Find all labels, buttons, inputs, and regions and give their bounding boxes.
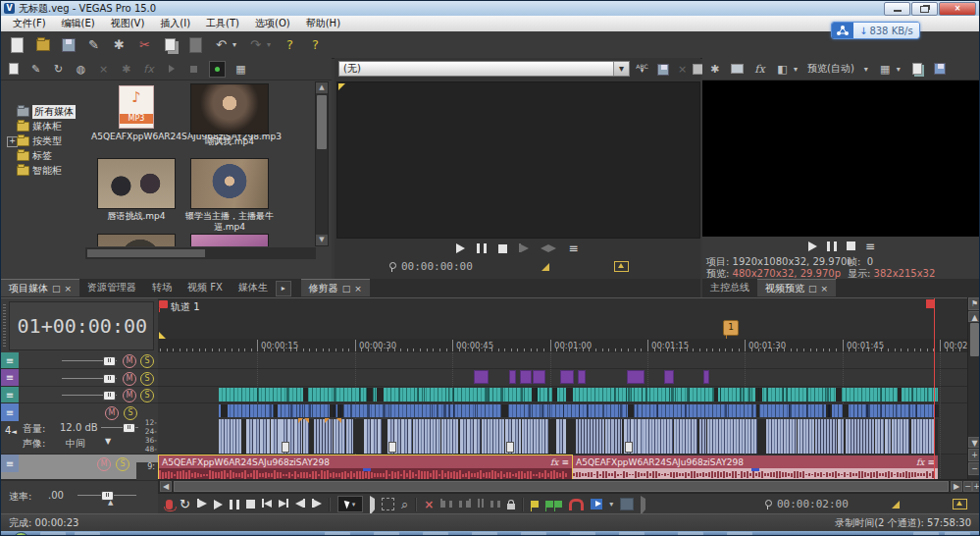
track-header-1[interactable]: ≡ M S <box>1 352 158 369</box>
close-button[interactable]: × <box>939 2 976 16</box>
menu-help[interactable]: 帮助(H) <box>298 17 348 30</box>
volume-value[interactable]: 12.0 dB <box>60 422 98 433</box>
taskbar-button[interactable] <box>423 532 448 536</box>
audio-clip[interactable] <box>699 419 706 454</box>
fader-knob[interactable] <box>103 356 116 366</box>
fit-to-window-button[interactable] <box>541 243 556 254</box>
scroll-right-icon[interactable]: ▶ <box>951 481 962 492</box>
zoom-out-button[interactable]: − <box>963 481 972 492</box>
undo-dropdown[interactable]: ▾ <box>231 36 238 53</box>
media-item-video-2[interactable]: 唇语挑战.mp4 <box>91 158 181 222</box>
generated-clip[interactable] <box>520 370 532 384</box>
audio-clip[interactable] <box>576 419 604 454</box>
audio-clip[interactable] <box>334 419 345 454</box>
redo-dropdown[interactable]: ▾ <box>265 36 273 53</box>
loop-playback-button[interactable]: ↻ <box>180 497 190 511</box>
generated-clip[interactable] <box>703 370 709 384</box>
audio-clip[interactable] <box>303 419 309 454</box>
add-to-timeline-button[interactable] <box>519 243 529 254</box>
stop-button[interactable] <box>246 500 255 509</box>
media-properties-button[interactable]: ✱ <box>119 62 133 77</box>
taskbar-button[interactable] <box>913 532 939 536</box>
tab-close-icon[interactable]: × <box>354 284 362 294</box>
zoom-in-button[interactable]: + <box>972 481 980 492</box>
timeline-canvas[interactable]: 轨道 1 1 00:00:15 00:00:30 00:00:45 00:01:… <box>158 297 967 480</box>
menu-options[interactable]: 选项(O) <box>247 17 298 30</box>
video-output-fx-button[interactable]: fx <box>752 62 767 77</box>
audio-clip[interactable] <box>815 419 837 454</box>
loop-region-start[interactable] <box>159 332 166 339</box>
scroll-up-icon[interactable]: ▲ <box>316 82 328 93</box>
tab-restore-icon[interactable]: □ <box>52 284 61 294</box>
event-fx-icon[interactable]: fx <box>550 457 558 467</box>
media-item-video-5[interactable] <box>184 234 275 246</box>
media-item-video-4[interactable] <box>91 234 181 246</box>
audio-clip[interactable] <box>556 419 566 454</box>
pause-button[interactable] <box>230 500 239 509</box>
next-frame-button[interactable] <box>312 499 322 509</box>
media-horizontal-scrollbar[interactable] <box>85 247 316 259</box>
media-item-video-3[interactable]: 辍学当主播，主播最牛逼.mp4 <box>184 158 275 233</box>
scroll-down-icon[interactable]: ▼ <box>968 437 980 448</box>
preview-settings-button[interactable]: ✱ <box>707 62 722 77</box>
scroll-thumb[interactable] <box>317 95 327 149</box>
track-menu-icon[interactable]: ≡ <box>1 387 19 402</box>
play-button[interactable] <box>456 243 465 253</box>
solo-button[interactable]: S <box>140 389 154 402</box>
generated-clip[interactable] <box>627 370 645 384</box>
play-button[interactable] <box>214 500 223 509</box>
audio-clip[interactable] <box>728 419 757 454</box>
track-menu-icon[interactable]: ≡ <box>1 455 19 472</box>
external-monitor-button[interactable] <box>730 62 745 77</box>
auto-ripple-button[interactable] <box>591 499 602 509</box>
generated-clip[interactable] <box>474 370 489 384</box>
taskbar-button[interactable] <box>945 532 970 536</box>
lock-button[interactable] <box>507 504 515 509</box>
region-marker-flag[interactable] <box>159 300 168 308</box>
grid-overlay-dropdown[interactable]: ▾ <box>895 62 903 77</box>
capture-video-button[interactable]: ✎ <box>28 62 43 77</box>
tree-item-tags[interactable]: 标签 <box>17 149 52 162</box>
timeline-horizontal-scrollbar[interactable]: ◀ ▶ − + <box>158 479 980 493</box>
audio-clip[interactable] <box>911 419 934 454</box>
save-button[interactable] <box>60 36 77 53</box>
whats-this-help-button[interactable]: ? <box>307 36 324 53</box>
audio-clip[interactable] <box>644 419 673 454</box>
scroll-thumb[interactable] <box>174 481 949 492</box>
start-orb[interactable] <box>13 532 29 536</box>
preview-play-button[interactable] <box>164 62 179 77</box>
tab-video-fx[interactable]: 视频 FX <box>180 279 231 296</box>
open-button[interactable] <box>34 36 51 53</box>
timeline-vertical-scrollbar[interactable]: ⚑ ▲ ▼ + − <box>967 297 980 479</box>
redo-button[interactable]: ↷ <box>247 36 264 53</box>
track-header-5[interactable]: ≡ M S 9: <box>1 455 158 480</box>
tab-project-media[interactable]: 项目媒体 □ × <box>1 279 79 296</box>
solo-button[interactable]: S <box>116 457 129 471</box>
taskbar-button[interactable] <box>727 532 752 536</box>
split-button[interactable] <box>478 499 484 509</box>
audio-clip[interactable] <box>246 419 270 454</box>
end-marker-flag[interactable] <box>926 299 934 308</box>
audio-clip[interactable] <box>798 419 814 454</box>
trim-adjacent-button[interactable] <box>490 499 500 509</box>
audio-clip[interactable] <box>413 419 440 454</box>
go-to-end-button[interactable] <box>279 499 288 509</box>
generated-clip[interactable] <box>664 370 674 384</box>
get-media-web-button[interactable]: ◍ <box>74 62 88 77</box>
new-project-button[interactable] <box>9 36 26 53</box>
tab-restore-icon[interactable]: □ <box>808 284 817 294</box>
play-button[interactable] <box>808 241 817 251</box>
volume-knob[interactable] <box>123 423 135 433</box>
audio-clip[interactable] <box>892 419 909 454</box>
preview-menu-button[interactable]: ≡ <box>865 240 875 253</box>
timeline-timecode-display[interactable]: 01+00:00:00 <box>9 301 154 350</box>
taskbar-button[interactable] <box>570 532 595 536</box>
scroll-left-icon[interactable]: ◀ <box>160 481 172 492</box>
audio-clip[interactable] <box>314 419 333 454</box>
solo-button[interactable]: S <box>140 372 154 386</box>
trim-start-button[interactable] <box>440 499 452 509</box>
stop-button[interactable] <box>498 244 507 253</box>
grid-overlay-button[interactable]: ▦ <box>878 62 893 77</box>
taskbar-button[interactable] <box>678 532 703 536</box>
audio-clip[interactable] <box>522 419 548 454</box>
